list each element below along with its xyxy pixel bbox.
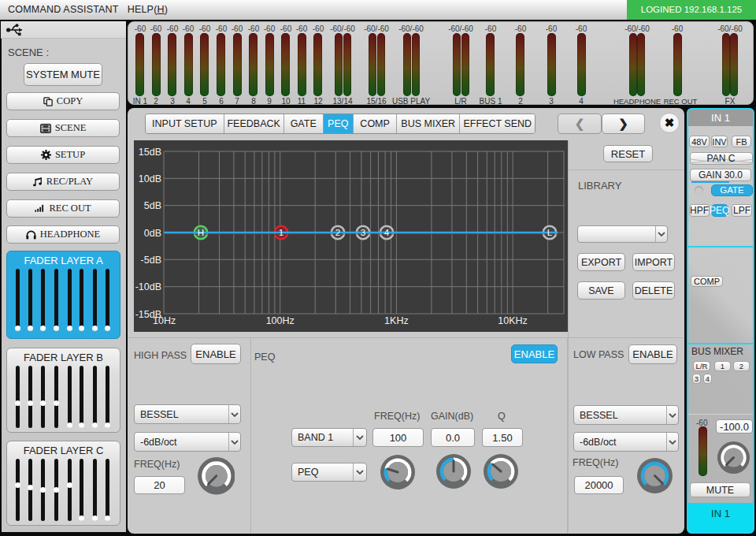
svg-text:15dB: 15dB bbox=[139, 147, 161, 158]
svg-text:10dB: 10dB bbox=[139, 173, 161, 184]
svg-text:10KHz: 10KHz bbox=[498, 315, 528, 326]
svg-text:3: 3 bbox=[361, 228, 365, 237]
svg-text:5dB: 5dB bbox=[144, 200, 161, 211]
svg-text:10Hz: 10Hz bbox=[153, 315, 176, 326]
svg-text:-10dB: -10dB bbox=[135, 281, 161, 292]
svg-text:1KHz: 1KHz bbox=[384, 315, 409, 326]
svg-text:1: 1 bbox=[279, 228, 284, 237]
svg-text:L: L bbox=[547, 228, 553, 237]
svg-text:2: 2 bbox=[335, 228, 340, 237]
svg-text:4: 4 bbox=[384, 228, 390, 237]
svg-text:-5dB: -5dB bbox=[141, 255, 161, 266]
svg-text:H: H bbox=[198, 228, 204, 237]
svg-text:0dB: 0dB bbox=[144, 228, 161, 239]
svg-text:100Hz: 100Hz bbox=[266, 315, 295, 326]
